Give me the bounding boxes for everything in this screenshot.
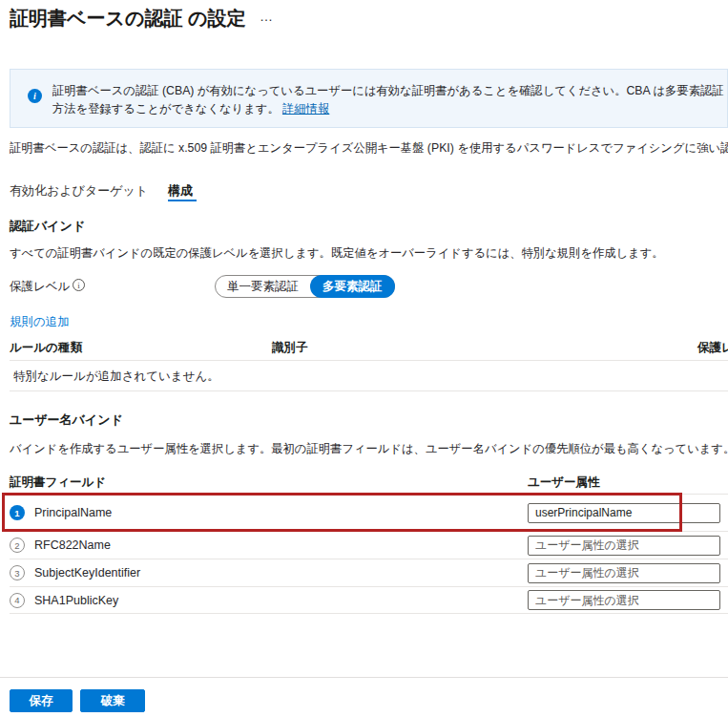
cert-field-label: SHA1PublicKey (34, 594, 118, 607)
protection-level-label: 保護レベル (10, 279, 70, 295)
priority-badge: 2 (10, 538, 25, 553)
certificate-auth-settings-pane: 証明書ベースの認証 の設定 … i 証明書ベースの認証 (CBA) が有効になっ… (0, 0, 728, 717)
page-title: 証明書ベースの認証 の設定 (10, 6, 245, 32)
toggle-multi-factor[interactable]: 多要素認証 (310, 275, 395, 298)
intro-text: 証明書ベースの認証は、認証に x.509 証明書とエンタープライズ公開キー基盤 … (10, 140, 728, 157)
user-attribute-select[interactable] (528, 590, 720, 610)
rules-header-protection: 保護レベル (697, 340, 728, 356)
rules-empty-message: 特別なルールが追加されていません。 (13, 369, 219, 385)
column-header-cert-field: 証明書フィールド (10, 474, 106, 491)
username-binding-title: ユーザー名バインド (10, 411, 123, 429)
cert-field-label: RFC822Name (34, 538, 111, 552)
cert-field-label: SubjectKeyIdentifier (34, 566, 140, 580)
protection-level-toggle: 単一要素認証 多要素認証 (215, 275, 395, 298)
tab-enable-and-target[interactable]: 有効化およびターゲット (10, 182, 148, 200)
info-banner-text: 証明書ベースの認証 (CBA) が有効になっているユーザーには有効な証明書がある… (52, 82, 728, 118)
auth-binding-title: 認証バインド (10, 218, 85, 235)
priority-badge: 3 (10, 565, 25, 580)
section-divider (10, 390, 728, 391)
banner-learn-more-link[interactable]: 詳細情報 (282, 102, 329, 116)
column-header-user-attribute: ユーザー属性 (528, 474, 600, 491)
rules-header-identifier: 識別子 (272, 340, 308, 356)
user-attribute-select[interactable] (528, 503, 720, 523)
table-row: 1 PrincipalName (10, 494, 728, 531)
username-binding-description: バインドを作成するユーザー属性を選択します。最初の証明書フィールドは、ユーザー名… (10, 441, 728, 457)
user-attribute-select[interactable] (528, 563, 720, 583)
info-icon: i (28, 89, 42, 103)
protection-level-info-icon[interactable]: i (73, 279, 85, 291)
more-menu-icon[interactable]: … (260, 9, 274, 24)
cert-field-label: PrincipalName (34, 506, 112, 519)
save-button[interactable]: 保存 (10, 689, 73, 712)
add-rule-link[interactable]: 規則の追加 (10, 314, 70, 330)
active-tab-underline (168, 200, 197, 201)
priority-badge: 1 (10, 505, 25, 520)
tab-configure[interactable]: 構成 (168, 182, 193, 200)
priority-badge: 4 (10, 593, 25, 608)
info-banner: i 証明書ベースの認証 (CBA) が有効になっているユーザーには有効な証明書が… (10, 69, 728, 128)
info-banner-line2: 方法を登録することができなくなります。 詳細情報 (52, 100, 728, 118)
table-row: 3 SubjectKeyIdentifier (10, 559, 728, 586)
discard-button[interactable]: 破棄 (80, 689, 145, 712)
table-row: 4 SHA1PublicKey (10, 586, 728, 614)
rules-header-type: ルールの種類 (10, 340, 82, 356)
auth-binding-description: すべての証明書バインドの既定の保護レベルを選択します。既定値をオーバーライドする… (10, 245, 664, 262)
rules-table-divider (10, 360, 728, 361)
footer-divider (0, 677, 728, 678)
user-attribute-select[interactable] (528, 536, 720, 556)
table-row: 2 RFC822Name (10, 531, 728, 559)
info-banner-line1: 証明書ベースの認証 (CBA) が有効になっているユーザーには有効な証明書がある… (52, 82, 728, 100)
toggle-single-factor[interactable]: 単一要素認証 (216, 276, 310, 297)
